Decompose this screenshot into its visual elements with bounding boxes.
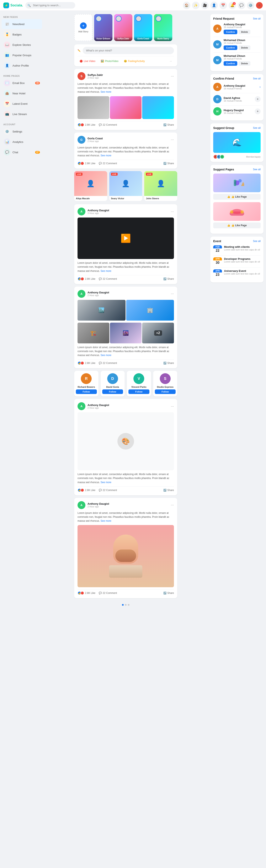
post-video-placeholder[interactable]: ▶️: [78, 218, 174, 259]
settings-nav-button[interactable]: ⚙️: [247, 2, 255, 9]
confirm-friend-see-all[interactable]: See all: [253, 77, 261, 80]
follow-button-4[interactable]: Follow: [155, 390, 176, 394]
cf-plus-3[interactable]: +: [255, 108, 261, 114]
messages-button[interactable]: 💬: [238, 2, 245, 9]
cf-arrow-1[interactable]: ›: [260, 85, 261, 89]
post-more-button-3[interactable]: ···: [171, 210, 174, 214]
live-card-name-3: John Steere: [146, 197, 176, 200]
home-nav-button[interactable]: 🏠: [183, 2, 190, 9]
post-more-button-6[interactable]: ···: [171, 503, 174, 507]
follow-button-1[interactable]: Follow: [76, 390, 97, 394]
love-reaction-icon: ❤️: [80, 123, 84, 127]
sidebar-item-analytics[interactable]: 📊 Analytics: [2, 137, 42, 147]
cf-plus-2[interactable]: +: [255, 96, 261, 102]
story-card-4[interactable]: Nurin Saery: [154, 14, 172, 41]
create-post-input[interactable]: [83, 47, 174, 54]
follow-button-2[interactable]: Follow: [102, 390, 123, 394]
sidebar-item-settings[interactable]: ⚙️ Settings: [2, 126, 42, 136]
see-more-3[interactable]: See more: [101, 270, 111, 273]
sidebar-item-chat[interactable]: 💬 Chat 07: [2, 147, 42, 157]
live-card-name-2: Seary Victor: [111, 197, 141, 200]
event-label: Latest Event: [12, 102, 27, 105]
calendar-nav-button[interactable]: 📅: [219, 2, 227, 9]
event-see-all[interactable]: See all: [253, 240, 261, 243]
story-card-3[interactable]: Gorla Coast: [134, 14, 152, 41]
post-likes-6[interactable]: 👍❤️ 2.8K Like: [78, 591, 96, 595]
app-logo[interactable]: ⚡ Sociala.: [3, 2, 23, 8]
see-more-1[interactable]: See more: [101, 90, 111, 93]
friend-request-see-all[interactable]: See all: [253, 17, 261, 20]
add-story-card[interactable]: + Add Story: [74, 14, 92, 41]
story-card-1[interactable]: Victor Eriksen: [94, 14, 112, 41]
like-page-button-2[interactable]: 👍 👍 Like Page: [213, 222, 261, 228]
confirm-request-3[interactable]: Confirm: [223, 61, 237, 66]
sidebar-item-stream[interactable]: 📺 Live Stream: [2, 109, 42, 119]
see-more-5[interactable]: See more: [101, 481, 111, 484]
confirm-request-2[interactable]: Confirm: [223, 45, 237, 50]
photo-icon: 🖼️: [101, 60, 104, 63]
story-card-2[interactable]: Suffya Zakir: [114, 14, 132, 41]
suggest-group-see-all[interactable]: See all: [253, 126, 261, 129]
confirm-request-1[interactable]: Confirm: [223, 30, 237, 34]
post-share-5[interactable]: ↗️ Share: [163, 489, 174, 492]
post-comments-4[interactable]: 💬 22 Comment: [99, 362, 117, 365]
post-comments-5[interactable]: 💬 22 Comment: [99, 489, 117, 492]
friend-request-title: Friend Request: [213, 17, 234, 20]
user-avatar[interactable]: A: [256, 2, 263, 9]
sidebar-item-groups[interactable]: 👥 Popular Groups: [2, 50, 42, 60]
live-card-1[interactable]: 👤 LIVE Aliqa Macale: [74, 171, 107, 201]
post-more-button-2[interactable]: ···: [171, 137, 174, 142]
dot-1[interactable]: [122, 604, 124, 606]
see-more-6[interactable]: See more: [101, 520, 111, 522]
post-comments-6[interactable]: 💬 22 Comment: [99, 592, 117, 594]
sidebar-item-hotel[interactable]: 🏨 Near Hotel: [2, 88, 42, 98]
post-comments-2[interactable]: 💬 22 Comment: [99, 162, 117, 165]
follow-button-3[interactable]: Follow: [128, 390, 150, 394]
sidebar-item-newsfeed[interactable]: 📰 Newsfeed: [2, 19, 42, 29]
sidebar-item-badges[interactable]: 🏅 Badges: [2, 29, 42, 39]
post-likes-3[interactable]: 👍❤️ 2.8K Like: [78, 277, 96, 281]
see-more-4[interactable]: See more: [101, 354, 111, 356]
like-page-button-1[interactable]: 👍 👍 Like Page: [213, 194, 261, 200]
suggest-group-section: Suggest Group See all 🌊 A B C Member/app…: [210, 123, 264, 162]
post-likes-5[interactable]: 👍❤️ 2.8K Like: [78, 488, 96, 492]
friends-nav-button[interactable]: 👤: [210, 2, 218, 9]
post-share-6[interactable]: ↗️ Share: [163, 592, 174, 594]
post-more-button-1[interactable]: ···: [171, 74, 174, 79]
dot-3[interactable]: [128, 604, 130, 606]
post-share-4[interactable]: ↗️ Share: [163, 362, 174, 365]
post-card-5: A Anthony Daugiol 2 Hour ago ··· 🎨 Lorem…: [74, 399, 177, 495]
search-input[interactable]: [25, 2, 75, 8]
post-share-3[interactable]: ↗️ Share: [163, 277, 174, 280]
delete-request-1[interactable]: Delete: [239, 30, 250, 34]
suggest-pages-see-all[interactable]: See all: [253, 168, 261, 171]
sidebar-item-profile[interactable]: 👤 Author Profile: [2, 61, 42, 70]
post-comments-3[interactable]: 💬 22 Comment: [99, 277, 117, 280]
live-card-2[interactable]: 👤 LIVE Seary Victor: [109, 171, 142, 201]
post-more-button-4[interactable]: ···: [171, 291, 174, 296]
sidebar-item-email[interactable]: ✉️ Email Box 09: [2, 78, 42, 88]
sidebar-item-stories[interactable]: 📖 Explore Stories: [2, 40, 42, 50]
post-share-1[interactable]: ↗️ Share: [163, 123, 174, 126]
live-video-button[interactable]: 🔴 Live Video: [78, 59, 98, 64]
live-card-3[interactable]: 👤 LIVE John Steere: [144, 171, 177, 201]
post-share-2[interactable]: ↗️ Share: [163, 162, 174, 165]
sparkle-nav-button[interactable]: ✨: [192, 2, 200, 9]
photo-video-button[interactable]: 🖼️ Photo/Video: [99, 59, 121, 64]
post-likes-4[interactable]: 👍❤️ 2.8K Like: [78, 361, 96, 365]
more-post-options-button[interactable]: ···: [168, 59, 174, 64]
notification-button[interactable]: 🔔3: [229, 2, 236, 9]
suggest-group-image[interactable]: 🌊: [213, 132, 261, 153]
feeling-button[interactable]: 😊 Feeling/Activity: [122, 59, 147, 64]
post-likes-1[interactable]: 👍❤️ 2.8K Like: [78, 123, 96, 127]
post-comments-1[interactable]: 💬 22 Comment: [99, 123, 117, 126]
post-likes-2[interactable]: 👍❤️ 2.8K Like: [78, 161, 96, 165]
delete-request-2[interactable]: Delete: [239, 45, 250, 50]
post-time-1: 2 Hour ago: [87, 76, 103, 79]
sidebar-item-event[interactable]: 📅 Latest Event: [2, 99, 42, 108]
see-more-2[interactable]: See more: [101, 154, 111, 157]
post-more-button-5[interactable]: ···: [171, 404, 174, 408]
video-nav-button[interactable]: 🎥: [201, 2, 209, 9]
dot-2[interactable]: [125, 604, 127, 606]
delete-request-3[interactable]: Delete: [239, 61, 250, 66]
